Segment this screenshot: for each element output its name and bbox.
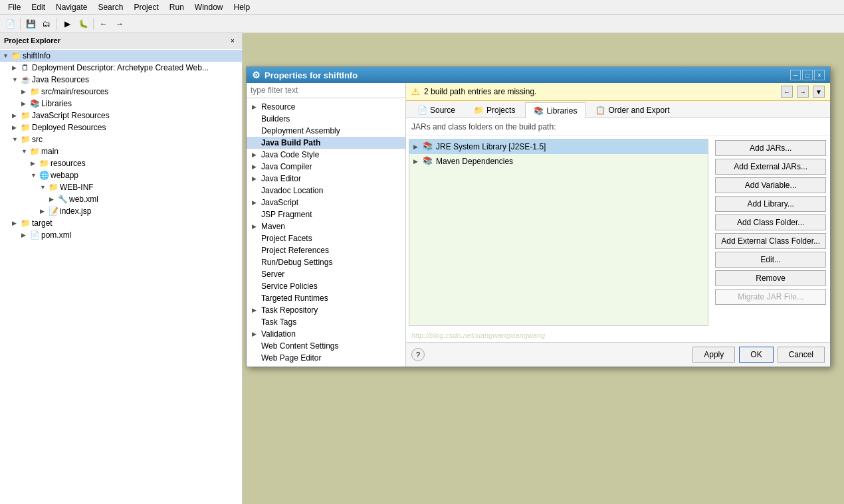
tree-item-deployment-descriptor[interactable]: ▶🗒Deployment Descriptor: Archetype Creat… [0, 62, 242, 74]
tab-order-export[interactable]: 📋 Order and Export [587, 102, 678, 118]
dialog-tree-item-javadoc-location[interactable]: Javadoc Location [247, 185, 405, 197]
tree-area[interactable]: ▼📁shiftInfo▶🗒Deployment Descriptor: Arch… [0, 48, 242, 504]
tree-icon-javascript-resources: 📁 [20, 110, 31, 121]
dialog-tree-item-task-repository[interactable]: ▶Task Repository [247, 304, 405, 316]
tree-item-shiftinfo[interactable]: ▼📁shiftInfo [0, 50, 242, 62]
tree-label-shiftinfo: shiftInfo [23, 51, 51, 60]
dialog-tree-item-task-tags[interactable]: Task Tags [247, 316, 405, 328]
dialog-tree-item-java-editor[interactable]: ▶Java Editor [247, 173, 405, 185]
toolbar-debug[interactable]: 🐛 [76, 17, 90, 31]
dialog-left-tree[interactable]: ▶ResourceBuildersDeployment AssemblyJava… [247, 98, 405, 367]
toolbar-save[interactable]: 💾 [23, 17, 38, 31]
tab-libraries[interactable]: 📚 Libraries [525, 102, 585, 118]
action-btn-add-variable[interactable]: Add Variable... [715, 177, 826, 193]
menu-search[interactable]: Search [92, 1, 128, 13]
tree-item-java-resources[interactable]: ▼☕Java Resources [0, 74, 242, 86]
menu-project[interactable]: Project [128, 1, 163, 13]
dialog-tree-item-resource[interactable]: ▶Resource [247, 101, 405, 113]
toolbar-run[interactable]: ▶ [60, 17, 74, 31]
tree-item-libraries[interactable]: ▶📚Libraries [0, 98, 242, 110]
tree-item-pom-xml[interactable]: ▶📄pom.xml [0, 229, 242, 241]
left-tree-label-task-repository: Task Repository [261, 305, 318, 315]
toolbar-back[interactable]: ← [96, 17, 111, 31]
dialog-maximize-btn[interactable]: □ [802, 70, 813, 80]
left-tree-label-project-references: Project References [261, 246, 329, 255]
dialog-tree-item-javascript[interactable]: ▶JavaScript [247, 197, 405, 209]
tree-label-pom-xml: pom.xml [41, 230, 71, 240]
menu-window[interactable]: Window [189, 1, 229, 13]
tree-item-deployed-resources[interactable]: ▶📁Deployed Resources [0, 122, 242, 133]
toolbar-save-all[interactable]: 🗂 [39, 17, 54, 31]
tree-item-main[interactable]: ▼📁main [0, 145, 242, 157]
build-path-list[interactable]: ▶📚JRE System Library [J2SE-1.5]▶📚Maven D… [409, 139, 708, 326]
action-btn-add-external-class-folder[interactable]: Add External Class Folder... [715, 233, 826, 249]
dialog-tree-item-java-build-path[interactable]: Java Build Path [247, 137, 405, 149]
help-button[interactable]: ? [411, 348, 425, 361]
dialog-tree-item-project-references[interactable]: Project References [247, 244, 405, 256]
dialog-tree-item-web-page-editor[interactable]: Web Page Editor [247, 352, 405, 364]
toolbar-new[interactable]: 📄 [3, 17, 17, 31]
nav-dropdown-btn[interactable]: ▼ [813, 86, 825, 98]
action-btn-add-external-jars[interactable]: Add External JARs... [715, 159, 826, 175]
tree-item-web-xml[interactable]: ▶🔧web.xml [0, 193, 242, 205]
nav-prev-btn[interactable]: ← [781, 86, 793, 98]
menu-edit[interactable]: Edit [26, 1, 51, 13]
dialog-tree-item-java-code-style[interactable]: ▶Java Code Style [247, 149, 405, 161]
dialog-tree-item-web-content-settings[interactable]: Web Content Settings [247, 340, 405, 352]
menu-help[interactable]: Help [229, 1, 256, 13]
action-btn-add-class-folder[interactable]: Add Class Folder... [715, 214, 826, 230]
tree-item-javascript-resources[interactable]: ▶📁JavaScript Resources [0, 110, 242, 122]
tree-item-src-main[interactable]: ▶📁src/main/resources [0, 86, 242, 98]
tree-item-web-inf[interactable]: ▼📁WEB-INF [0, 181, 242, 193]
left-tree-arrow-task-repository: ▶ [252, 307, 259, 313]
build-path-main: ▶📚JRE System Library [J2SE-1.5]▶📚Maven D… [406, 136, 830, 342]
dialog-tree-item-validation[interactable]: ▶Validation [247, 328, 405, 340]
cancel-button[interactable]: Cancel [778, 347, 825, 363]
dialog-close-btn[interactable]: × [814, 70, 825, 80]
tree-item-webapp[interactable]: ▼🌐webapp [0, 169, 242, 181]
toolbar-forward[interactable]: → [112, 17, 127, 31]
tree-item-target[interactable]: ▶📁target [0, 217, 242, 229]
tree-label-target: target [32, 218, 53, 228]
action-btn-add-jars[interactable]: Add JARs... [715, 140, 826, 156]
dialog-tree-item-project-facets[interactable]: Project Facets [247, 232, 405, 244]
tab-source[interactable]: 📄 Source [409, 102, 464, 118]
apply-button[interactable]: Apply [692, 347, 735, 363]
nav-next-btn[interactable]: → [797, 86, 809, 98]
menu-run[interactable]: Run [164, 1, 189, 13]
tree-icon-web-xml: 🔧 [57, 194, 68, 205]
dialog-tree-item-service-policies[interactable]: Service Policies [247, 280, 405, 292]
menu-navigate[interactable]: Navigate [51, 1, 92, 13]
build-path-item-jre-system[interactable]: ▶📚JRE System Library [J2SE-1.5] [409, 139, 708, 154]
tree-arrow-java-resources: ▼ [12, 76, 20, 83]
dialog-tree-item-server[interactable]: Server [247, 268, 405, 280]
dialog-tree-item-run-debug-settings[interactable]: Run/Debug Settings [247, 256, 405, 268]
dialog-titlebar: ⚙ Properties for shiftInfo ─ □ × [247, 67, 830, 83]
action-btn-add-library[interactable]: Add Library... [715, 196, 826, 212]
dialog-tree-item-targeted-runtimes[interactable]: Targeted Runtimes [247, 292, 405, 304]
toolbar: 📄 💾 🗂 ▶ 🐛 ← → [0, 15, 844, 33]
tree-item-index-jsp[interactable]: ▶📝index.jsp [0, 205, 242, 217]
tab-projects[interactable]: 📁 Projects [465, 102, 524, 118]
left-tree-arrow-java-editor: ▶ [252, 175, 259, 182]
filter-input[interactable] [247, 83, 405, 98]
build-path-item-maven-deps[interactable]: ▶📚Maven Dependencies [409, 154, 708, 169]
menu-file[interactable]: File [3, 1, 26, 13]
dialog-tree-item-builders[interactable]: Builders [247, 113, 405, 125]
panel-collapse-btn[interactable]: × [227, 35, 238, 46]
dialog-tree-item-java-compiler[interactable]: ▶Java Compiler [247, 161, 405, 173]
ok-button[interactable]: OK [739, 347, 773, 363]
action-btn-edit[interactable]: Edit... [715, 252, 826, 268]
dialog-minimize-btn[interactable]: ─ [790, 70, 801, 80]
tree-arrow-shiftinfo: ▼ [3, 52, 11, 59]
tree-item-resources[interactable]: ▶📁resources [0, 157, 242, 169]
dialog-tree-item-deployment-assembly[interactable]: Deployment Assembly [247, 125, 405, 137]
tree-arrow-pom-xml: ▶ [21, 232, 29, 238]
tree-item-src[interactable]: ▼📁src [0, 133, 242, 145]
dialog-tree-item-maven[interactable]: ▶Maven [247, 220, 405, 232]
tree-icon-deployment-descriptor: 🗒 [20, 62, 31, 73]
dialog-tree-item-jsp-fragment[interactable]: JSP Fragment [247, 209, 405, 220]
action-btn-migrate-jar[interactable]: Migrate JAR File... [715, 289, 826, 305]
tree-label-javascript-resources: JavaScript Resources [32, 111, 110, 120]
action-btn-remove[interactable]: Remove [715, 270, 826, 286]
